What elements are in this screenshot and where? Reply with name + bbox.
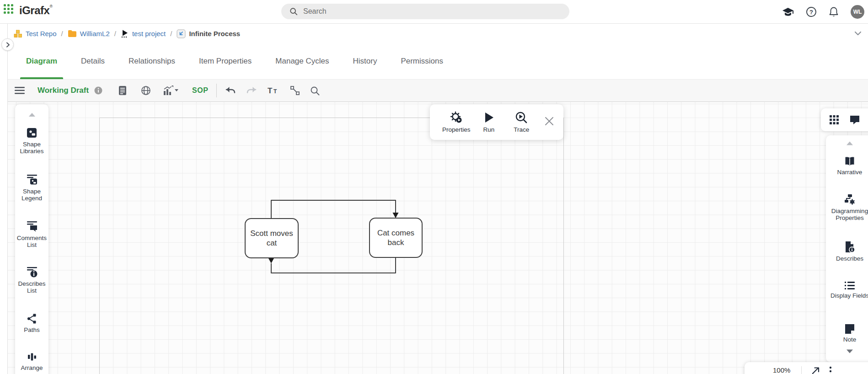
scroll-up-icon[interactable] — [826, 139, 868, 147]
help-icon[interactable]: ? — [806, 6, 817, 17]
breadcrumb-separator: / — [114, 30, 116, 37]
version-label[interactable]: Working Draft — [38, 86, 89, 95]
arrange-button[interactable]: Arrange — [15, 352, 48, 372]
tab-item-properties[interactable]: Item Properties — [193, 43, 257, 79]
expand-panel-button[interactable] — [1, 38, 14, 51]
toolbar-divider — [216, 84, 217, 97]
breadcrumb-separator: / — [170, 30, 172, 37]
igrafx-logo: iGrafx® — [19, 4, 53, 17]
comments-list-icon — [26, 220, 38, 232]
search-icon — [289, 7, 298, 16]
breadcrumb-folder[interactable]: WilliamL2 — [68, 30, 110, 37]
connector-lines — [8, 102, 868, 374]
diagramming-properties-button[interactable]: Diagramming Properties — [826, 193, 868, 221]
tab-diagram[interactable]: Diagram — [20, 43, 63, 79]
right-tool-panel: Narrative Diagramming Properties Describ… — [826, 135, 868, 362]
note-button[interactable]: Note — [826, 324, 868, 343]
text-style-icon[interactable]: TT — [265, 84, 282, 97]
right-view-switcher — [821, 108, 868, 131]
narrative-icon — [844, 156, 856, 166]
redo-icon — [244, 84, 259, 97]
left-tool-panel: Shape Libraries Shape Legend Comments Li… — [15, 104, 48, 374]
repository-icon — [14, 30, 22, 38]
paths-button[interactable]: Paths — [15, 313, 48, 334]
user-avatar[interactable]: WL — [851, 5, 864, 19]
canvas-zoom-bar: 100% — [745, 362, 868, 374]
web-publish-globe-icon[interactable] — [139, 84, 153, 97]
close-icon[interactable] — [541, 113, 557, 131]
breadcrumb: Test Repo / WilliamL2 / test project / I… — [8, 24, 868, 43]
describes-button[interactable]: Describes — [826, 241, 868, 262]
describes-icon — [844, 241, 855, 253]
academy-icon[interactable] — [782, 7, 794, 17]
collapsed-left-rail — [0, 24, 8, 374]
breadcrumb-separator: / — [61, 30, 63, 37]
document-view-icon[interactable] — [116, 84, 129, 97]
shape-libraries-button[interactable]: Shape Libraries — [15, 127, 48, 155]
tab-history[interactable]: History — [347, 43, 383, 79]
tab-details[interactable]: Details — [75, 43, 111, 79]
shape-libraries-icon — [26, 127, 38, 139]
process-play-icon — [121, 29, 129, 38]
trace-button[interactable]: Trace — [505, 111, 538, 133]
collapse-header-chevron-icon[interactable] — [853, 29, 863, 39]
search-input[interactable] — [303, 7, 541, 16]
svg-text:T: T — [268, 86, 273, 95]
describes-list-button[interactable]: Describes List — [15, 266, 48, 294]
breadcrumb-project[interactable]: test project — [121, 29, 166, 38]
zoom-level-value[interactable]: 100% — [773, 366, 790, 374]
performance-chart-icon[interactable] — [161, 84, 180, 97]
breadcrumb-repository[interactable]: Test Repo — [14, 30, 57, 38]
display-fields-button[interactable]: Display Fields — [826, 281, 868, 299]
breadcrumb-current-item: Infinite Process — [177, 29, 240, 38]
undo-icon[interactable] — [223, 84, 238, 97]
arrange-icon — [27, 352, 37, 362]
display-fields-icon — [844, 281, 855, 290]
tab-bar: Diagram Details Relationships Item Prope… — [8, 43, 868, 79]
more-options-kebab-icon[interactable] — [829, 366, 832, 374]
tab-manage-cycles[interactable]: Manage Cycles — [269, 43, 335, 79]
folder-icon — [68, 30, 77, 37]
connector-tool-icon[interactable] — [288, 84, 302, 97]
search-bar[interactable] — [281, 4, 569, 19]
diagramming-properties-icon — [844, 193, 856, 205]
notifications-bell-icon[interactable] — [829, 6, 839, 17]
svg-text:?: ? — [809, 9, 813, 16]
describes-list-icon — [26, 266, 38, 278]
fit-to-screen-icon[interactable] — [811, 366, 820, 374]
narrative-button[interactable]: Narrative — [826, 156, 868, 176]
tab-relationships[interactable]: Relationships — [123, 43, 181, 79]
shape-legend-button[interactable]: Shape Legend — [15, 174, 48, 202]
run-button[interactable]: Run — [472, 111, 505, 133]
process-shape[interactable]: Scott moves cat — [245, 218, 299, 258]
menu-hamburger-icon[interactable] — [13, 85, 27, 96]
paths-icon — [27, 313, 38, 324]
top-bar: iGrafx® ? WL — [0, 0, 868, 24]
app-launcher-icon[interactable] — [4, 4, 13, 14]
zoom-bar-divider — [801, 366, 802, 374]
process-shape[interactable]: Cat comes back — [369, 218, 423, 258]
sop-button[interactable]: SOP — [192, 86, 208, 95]
tab-permissions[interactable]: Permissions — [395, 43, 449, 79]
comments-list-button[interactable]: Comments List — [15, 220, 48, 248]
comment-bubble-icon[interactable] — [849, 115, 860, 125]
grid-view-icon[interactable] — [829, 115, 839, 125]
diagram-canvas[interactable]: Scott moves cat Cat comes back Pro — [8, 102, 868, 374]
shape-legend-icon — [26, 174, 38, 186]
scroll-down-icon[interactable] — [826, 347, 868, 355]
note-icon — [844, 324, 855, 334]
svg-text:T: T — [273, 88, 277, 95]
shape-context-toolbar: Properties Run Trace — [430, 104, 563, 140]
version-info-icon[interactable] — [92, 85, 104, 96]
properties-button[interactable]: Properties — [440, 111, 472, 133]
diagram-toolbar: Working Draft SOP TT — [8, 79, 868, 102]
scroll-up-icon[interactable] — [15, 111, 48, 119]
model-icon — [177, 29, 186, 38]
zoom-search-icon[interactable] — [308, 84, 321, 97]
